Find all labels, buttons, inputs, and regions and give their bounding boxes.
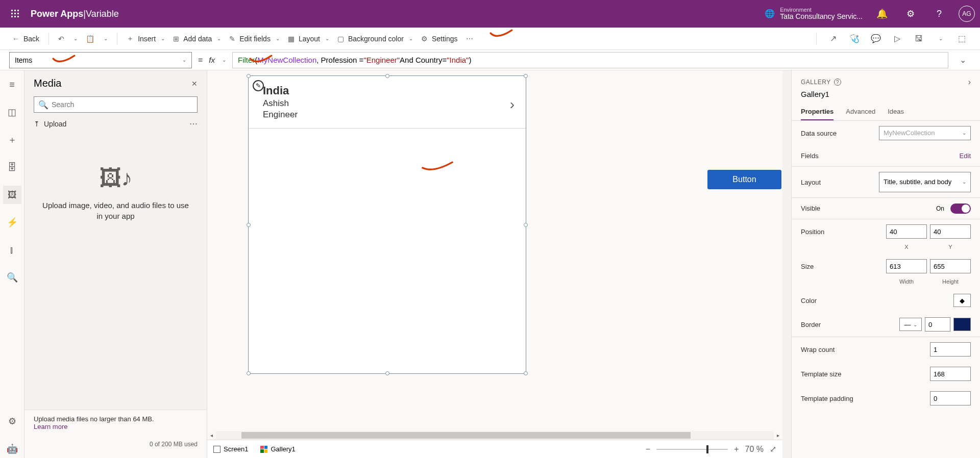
vertical-scrollbar[interactable] bbox=[782, 70, 791, 458]
more-button[interactable]: ⋯ bbox=[189, 119, 198, 129]
scroll-left-icon[interactable]: ◂ bbox=[207, 432, 216, 438]
breadcrumb-screen[interactable]: Screen1 bbox=[213, 445, 248, 453]
scroll-thumb[interactable] bbox=[241, 432, 691, 439]
chevron-right-icon[interactable]: › bbox=[968, 78, 971, 87]
save-dropdown[interactable]: ⌄ bbox=[931, 30, 949, 48]
media-pane-button[interactable]: 🖼 bbox=[3, 186, 21, 204]
resize-handle[interactable] bbox=[247, 371, 251, 375]
media-placeholder-icon: 🖼♪ bbox=[99, 165, 133, 191]
add-data-button[interactable]: ⊞Add data⌄ bbox=[170, 33, 224, 45]
position-y-input[interactable] bbox=[930, 224, 971, 239]
horizontal-scrollbar[interactable]: ◂ ▸ bbox=[207, 431, 782, 440]
border-style-select[interactable]: — ⌄ bbox=[899, 318, 922, 331]
settings-button[interactable]: ⚙Settings bbox=[418, 33, 461, 45]
chevron-right-icon[interactable]: › bbox=[510, 96, 514, 113]
resize-handle[interactable] bbox=[247, 223, 251, 227]
gallery-selection[interactable]: ✎ India Ashish Engineer › bbox=[248, 75, 526, 374]
resize-handle[interactable] bbox=[524, 223, 528, 227]
variables-button[interactable]: ⫿ bbox=[3, 241, 21, 259]
fx-label[interactable]: fx bbox=[209, 56, 215, 64]
search-button[interactable]: 🔍 bbox=[3, 268, 21, 287]
wrap-count-input[interactable] bbox=[930, 342, 971, 357]
insert-pane-button[interactable]: ＋ bbox=[3, 131, 21, 149]
environment-picker[interactable]: 🌐 Environment Tata Consultancy Servic... bbox=[765, 7, 863, 20]
more-button[interactable]: ⋯ bbox=[463, 33, 476, 45]
chevron-down-icon[interactable]: ⌄ bbox=[222, 57, 226, 63]
add-data-label: Add data bbox=[183, 35, 212, 43]
visible-toggle[interactable] bbox=[950, 203, 971, 214]
virtual-agent-button[interactable]: 🤖 bbox=[3, 440, 21, 458]
layout-button[interactable]: ▦Layout⌄ bbox=[285, 33, 332, 45]
undo-button[interactable]: ↶ bbox=[55, 33, 67, 45]
tab-advanced[interactable]: Advanced bbox=[846, 104, 875, 120]
height-input[interactable] bbox=[930, 259, 971, 273]
screens-button[interactable]: ◫ bbox=[3, 103, 21, 121]
template-size-input[interactable] bbox=[930, 367, 971, 381]
gallery-item[interactable]: India Ashish Engineer › bbox=[249, 76, 526, 129]
template-padding-input[interactable] bbox=[930, 391, 971, 405]
property-dropdown[interactable]: Items ⌄ bbox=[9, 52, 192, 68]
prop-header-label: GALLERY bbox=[801, 79, 831, 86]
upload-button[interactable]: ⤒ Upload bbox=[34, 120, 66, 128]
bg-color-button[interactable]: ▢Background color⌄ bbox=[334, 33, 416, 45]
back-button[interactable]: ←Back bbox=[9, 33, 42, 45]
data-source-select[interactable]: MyNewCollection⌄ bbox=[879, 126, 971, 140]
border-width-input[interactable] bbox=[925, 317, 950, 332]
border-color-picker[interactable] bbox=[953, 318, 971, 331]
resize-handle[interactable] bbox=[385, 74, 389, 78]
fields-edit-link[interactable]: Edit bbox=[960, 152, 971, 160]
zoom-in-button[interactable]: + bbox=[734, 445, 739, 454]
breadcrumb-gallery-label: Gallery1 bbox=[271, 445, 295, 453]
command-bar: ←Back ↶ ⌄ 📋 ⌄ ＋Insert⌄ ⊞Add data⌄ ✎Edit … bbox=[0, 28, 980, 50]
preview-button[interactable]: ▷ bbox=[888, 30, 906, 48]
info-icon[interactable]: ? bbox=[834, 79, 841, 86]
save-button[interactable]: 🖫 bbox=[910, 30, 928, 48]
resize-handle[interactable] bbox=[524, 74, 528, 78]
media-footer-text: Upload media files no larger than 64 MB. bbox=[34, 415, 198, 423]
checker-button[interactable]: 🩺 bbox=[845, 30, 864, 48]
comments-button[interactable]: 💬 bbox=[867, 30, 885, 48]
breadcrumb-gallery[interactable]: Gallery1 bbox=[260, 445, 295, 453]
learn-more-link[interactable]: Learn more bbox=[34, 423, 67, 430]
power-automate-button[interactable]: ⚡ bbox=[3, 213, 21, 232]
resize-handle[interactable] bbox=[385, 371, 389, 375]
paste-dropdown[interactable]: ⌄ bbox=[100, 34, 111, 43]
zoom-slider[interactable] bbox=[656, 449, 728, 450]
scroll-right-icon[interactable]: ▸ bbox=[774, 432, 782, 438]
undo-dropdown[interactable]: ⌄ bbox=[69, 34, 81, 43]
canvas[interactable]: ✎ India Ashish Engineer › bbox=[207, 70, 782, 431]
media-search-input[interactable] bbox=[52, 100, 193, 109]
avatar[interactable]: AG bbox=[959, 6, 975, 22]
position-x-input[interactable] bbox=[886, 224, 927, 239]
waffle-button[interactable] bbox=[5, 10, 26, 18]
publish-button[interactable]: ⬚ bbox=[952, 30, 971, 48]
share-button[interactable]: ↗ bbox=[824, 30, 842, 48]
resize-handle[interactable] bbox=[247, 74, 251, 78]
help-icon[interactable]: ? bbox=[930, 5, 948, 23]
canvas-button-control[interactable]: Button bbox=[707, 170, 781, 189]
width-input[interactable] bbox=[886, 259, 927, 273]
app-header: Power Apps | Variable 🌐 Environment Tata… bbox=[0, 0, 980, 28]
edit-fields-label: Edit fields bbox=[239, 35, 271, 43]
edit-fields-button[interactable]: ✎Edit fields⌄ bbox=[226, 33, 283, 45]
zoom-thumb[interactable] bbox=[706, 445, 708, 453]
layout-select[interactable]: Title, subtitle, and body⌄ bbox=[879, 172, 971, 192]
media-search[interactable]: 🔍 bbox=[34, 96, 198, 113]
close-panel-button[interactable]: ✕ bbox=[191, 80, 198, 88]
expand-formula-button[interactable]: ⌄ bbox=[954, 55, 971, 65]
insert-button[interactable]: ＋Insert⌄ bbox=[124, 32, 168, 45]
tree-view-button[interactable]: ≡ bbox=[3, 75, 21, 94]
rail-settings-button[interactable]: ⚙ bbox=[3, 412, 21, 430]
fit-button[interactable]: ⤢ bbox=[770, 444, 776, 454]
data-pane-button[interactable]: 🗄 bbox=[3, 158, 21, 176]
color-picker[interactable]: ◆ bbox=[953, 294, 971, 307]
tab-ideas[interactable]: Ideas bbox=[888, 104, 904, 120]
tab-properties[interactable]: Properties bbox=[801, 104, 834, 120]
notifications-icon[interactable]: 🔔 bbox=[873, 5, 891, 23]
formula-input[interactable]: Filter(MyNewCollection, Profession = "En… bbox=[232, 52, 948, 68]
share-icon: ↗ bbox=[830, 34, 837, 43]
resize-handle[interactable] bbox=[524, 371, 528, 375]
paste-button[interactable]: 📋 bbox=[83, 33, 97, 45]
zoom-out-button[interactable]: − bbox=[646, 445, 650, 454]
settings-icon[interactable]: ⚙ bbox=[901, 5, 920, 23]
